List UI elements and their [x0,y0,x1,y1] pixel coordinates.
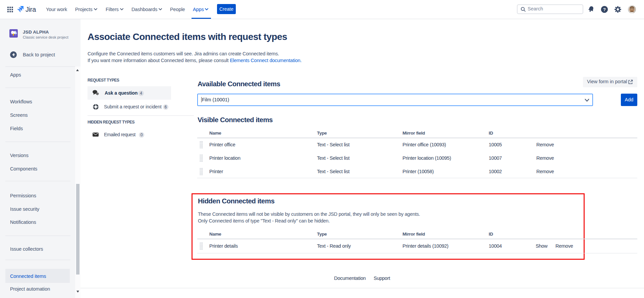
svg-text:?: ? [603,7,606,12]
